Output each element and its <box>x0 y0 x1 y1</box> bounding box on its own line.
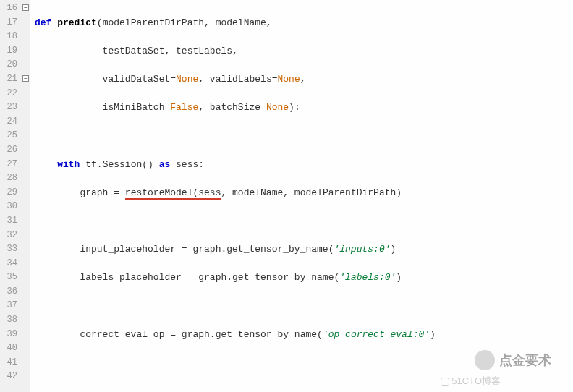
line-number: 36 <box>0 285 17 299</box>
line-number: 26 <box>0 143 17 158</box>
fold-gutter <box>20 0 30 392</box>
line-number: 37 <box>0 299 17 313</box>
watermark-text: 点金要术 <box>499 351 551 369</box>
line-number: 40 <box>0 341 17 356</box>
line-number: 34 <box>0 257 17 271</box>
code-line <box>35 299 573 313</box>
line-number: 28 <box>0 171 17 186</box>
line-number: 31 <box>0 214 17 229</box>
code-area[interactable]: def predict(modelParentDirPath, modelNam… <box>30 0 573 392</box>
code-line: validDataSet=None, validLabels=None, <box>35 72 573 87</box>
watermark-source: 51CTO博客 <box>441 375 501 388</box>
line-number: 35 <box>0 270 17 285</box>
line-number: 19 <box>0 44 17 59</box>
line-number: 27 <box>0 158 17 172</box>
code-line <box>35 129 573 143</box>
line-number: 25 <box>0 129 17 143</box>
watermark-avatar-icon <box>475 350 495 370</box>
line-number: 20 <box>0 58 17 72</box>
code-line: isMiniBatch=False, batchSize=None): <box>35 101 573 115</box>
line-number: 24 <box>0 115 17 129</box>
line-number: 32 <box>0 229 17 243</box>
code-line: input_placeholder = graph.get_tensor_by_… <box>35 242 573 257</box>
line-number: 29 <box>0 186 17 200</box>
line-number: 18 <box>0 30 17 44</box>
line-number: 21 <box>0 72 17 87</box>
watermark-wechat: 点金要术 <box>475 350 551 370</box>
code-line: correct_eval_op = graph.get_tensor_by_na… <box>35 328 573 342</box>
line-number: 23 <box>0 101 17 115</box>
code-line <box>35 214 573 229</box>
code-editor[interactable]: 16 17 18 19 20 21 22 23 24 25 26 27 28 2… <box>0 0 573 392</box>
line-number-gutter: 16 17 18 19 20 21 22 23 24 25 26 27 28 2… <box>0 0 20 392</box>
line-number: 39 <box>0 328 17 342</box>
line-number: 41 <box>0 356 17 370</box>
code-line: testDataSet, testLabels, <box>35 44 573 59</box>
line-number: 38 <box>0 313 17 328</box>
line-number: 33 <box>0 242 17 257</box>
code-line: with tf.Session() as sess: <box>35 158 573 172</box>
line-number: 42 <box>0 370 17 384</box>
code-line: labels_placeholder = graph.get_tensor_by… <box>35 270 573 285</box>
fold-toggle-icon[interactable] <box>22 4 29 11</box>
line-number: 22 <box>0 87 17 101</box>
fold-toggle-icon[interactable] <box>22 75 29 82</box>
code-line: graph = restoreModel(sess, modelName, mo… <box>35 186 573 200</box>
line-number: 30 <box>0 200 17 214</box>
line-number: 17 <box>0 16 17 30</box>
line-number: 16 <box>0 1 17 16</box>
underline-annotation: restoreModel(sess <box>125 187 221 200</box>
at-icon <box>441 378 449 386</box>
code-line: def predict(modelParentDirPath, modelNam… <box>35 16 573 30</box>
